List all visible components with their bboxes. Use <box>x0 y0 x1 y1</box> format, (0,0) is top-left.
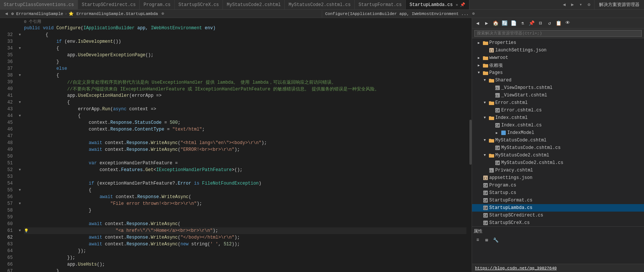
tree-arrow-icon[interactable] <box>476 190 482 196</box>
tree-item-StartupSCredirect_cs[interactable]: C#StartupSCredirect.cs <box>472 212 644 219</box>
tree-item-StartupSCreX_cs[interactable]: C#StartupSCreX.cs <box>472 219 644 226</box>
tree-arrow-icon[interactable] <box>488 160 494 166</box>
solution-nav-forward-btn[interactable]: ▶ <box>483 19 491 27</box>
tree-arrow-icon[interactable] <box>488 107 494 113</box>
tab-StartupLambda[interactable]: StartupLambda.cs ✕ 📌 <box>406 0 469 9</box>
tab-close-icon[interactable]: ✕ <box>456 3 458 7</box>
solution-preview-btn[interactable]: 👁 <box>563 19 572 27</box>
tree-arrow-icon[interactable] <box>476 212 482 218</box>
tree-item-Shared[interactable]: ▼Shared <box>472 77 644 84</box>
solution-nav-back-btn[interactable]: ◀ <box>474 19 482 27</box>
properties-alphabetical-btn[interactable]: ≡ <box>474 236 482 244</box>
solution-properties-btn[interactable]: 📋 <box>554 19 563 27</box>
tree-arrow-icon[interactable] <box>488 122 494 128</box>
tab-settings-btn[interactable]: ⚙ <box>585 1 593 9</box>
svg-text:CS: CS <box>495 87 498 90</box>
tree-item-appsettings_json[interactable]: {}appsettings.json <box>472 174 644 182</box>
tree-item-Index_cshtml[interactable]: ▼Index.cshtml <box>472 114 644 122</box>
tree-item-StartupLambda_cs[interactable]: C#StartupLambda.cs <box>472 204 644 212</box>
solution-show-all-btn[interactable]: 📄 <box>510 19 518 27</box>
scroll-gutter[interactable] <box>466 18 472 272</box>
tab-StartupFormat[interactable]: StartupFormat.cs <box>355 0 406 9</box>
tree-item-Privacy_cshtml[interactable]: CSPrivacy.cshtml <box>472 167 644 174</box>
solution-pin-btn[interactable]: 📌 <box>527 19 536 27</box>
tree-item-StartupFormat_cs[interactable]: C#StartupFormat.cs <box>472 197 644 204</box>
tree-item-Program_cs[interactable]: C#Program.cs <box>472 182 644 189</box>
tree-file-icon <box>483 55 489 61</box>
tree-arrow-icon[interactable] <box>488 145 494 151</box>
tree-arrow-icon[interactable] <box>476 175 482 181</box>
tree-item-_ViewStart_cshtml[interactable]: CS_ViewStart.cshtml <box>472 92 644 99</box>
breadcrumb-file: ⭐ ErrorHandlingSample.StartupLambda <box>69 11 158 16</box>
properties-categorized-btn[interactable]: ⊞ <box>483 236 491 244</box>
tree-item-___[interactable]: ▶依赖项 <box>472 62 644 69</box>
tree-arrow-icon[interactable] <box>482 47 488 53</box>
breadcrumb-method: Configure(IApplicationBuilder app, IWebH… <box>325 12 469 16</box>
solution-nav-up-btn[interactable]: 🏠 <box>492 19 500 27</box>
tree-arrow-icon[interactable] <box>476 220 482 226</box>
tab-Program[interactable]: Program.cs <box>140 0 175 9</box>
tree-arrow-icon[interactable]: ▼ <box>476 70 482 76</box>
tree-item-Pages[interactable]: ▼Pages <box>472 69 644 77</box>
tree-arrow-icon[interactable]: ▶ <box>476 62 482 68</box>
tab-MyStatusCode2cshtmlcs[interactable]: MyStatusCode2.cshtml.cs <box>285 0 355 9</box>
tab-pin-icon[interactable]: 📌 <box>460 2 465 7</box>
breadcrumb-right-expand-btn[interactable]: ⊕ <box>470 11 477 17</box>
tree-arrow-icon[interactable] <box>488 85 494 91</box>
code-content[interactable]: 0 个引用public void Configure(IApplicationB… <box>22 18 466 272</box>
tree-item-_ViewImports_cshtml[interactable]: CS_ViewImports.cshtml <box>472 84 644 92</box>
solution-collapse-btn[interactable]: ⊟ <box>536 19 545 27</box>
tree-arrow-icon[interactable] <box>476 197 482 203</box>
code-line-32: public void Configure(IApplicationBuilde… <box>24 25 466 32</box>
tab-label: StartupLambda.cs <box>409 2 453 8</box>
tab-scroll-left-btn[interactable]: ◀ <box>560 1 568 9</box>
tree-item-Index_cshtml_cs[interactable]: C#Index.cshtml.cs <box>472 122 644 129</box>
tree-item-MyStatusCode2_cshtml_cs[interactable]: C#MyStatusCode2.cshtml.cs <box>472 159 644 167</box>
code-line-43: { <box>24 99 466 106</box>
tree-arrow-icon[interactable]: ▼ <box>482 152 488 158</box>
tree-arrow-icon[interactable] <box>488 92 494 98</box>
tree-item-label: MyStatusCode2.cshtml.cs <box>501 160 563 165</box>
tree-file-icon <box>483 40 489 46</box>
tree-item-label: StartupFormat.cs <box>489 198 532 203</box>
solution-filter-btn[interactable]: ⚗ <box>518 19 527 27</box>
tab-StartupSCreX[interactable]: StartupSCreX.cs <box>175 0 223 9</box>
tree-arrow-icon[interactable]: ▼ <box>482 115 488 121</box>
tree-arrow-icon[interactable] <box>476 205 482 211</box>
breadcrumb-back-btn[interactable]: ◀ <box>3 11 10 17</box>
tree-item-MyStatusCode_cshtml[interactable]: ▼MyStatusCode.cshtml <box>472 137 644 144</box>
tree-arrow-icon[interactable]: ▼ <box>482 100 488 106</box>
tree-arrow-icon[interactable]: ▶ <box>476 40 482 46</box>
tree-item-MyStatusCode_cshtml_cs[interactable]: C#MyStatusCode.cshtml.cs <box>472 144 644 152</box>
tree-item-Error_cshtml_cs[interactable]: C#Error.cshtml.cs <box>472 107 644 114</box>
tree-item-label: Pages <box>489 70 503 75</box>
csdn-link[interactable]: https://blog.csdn.net/qq_39827640 <box>475 266 557 270</box>
tree-item-Properties[interactable]: ▶Properties <box>472 39 644 47</box>
tree-item-Error_cshtml[interactable]: ▼Error.cshtml <box>472 99 644 107</box>
solution-sync-btn[interactable]: 🔄 <box>501 19 509 27</box>
search-input[interactable] <box>474 30 642 37</box>
tree-arrow-icon[interactable] <box>476 182 482 188</box>
tree-arrow-icon[interactable]: ▼ <box>482 77 488 83</box>
properties-pages-btn[interactable]: 🔧 <box>492 236 500 244</box>
breadcrumb-expand-btn[interactable]: ⊕ <box>160 11 166 17</box>
tree-arrow-icon[interactable] <box>482 167 488 173</box>
solution-refresh-btn[interactable]: ↺ <box>545 19 554 27</box>
tab-MyStatusCode2cshtml[interactable]: MyStatusCode2.cshtml <box>223 0 285 9</box>
tree-item-MyStatusCode2_cshtml[interactable]: ▼MyStatusCode2.cshtml <box>472 152 644 159</box>
tree-arrow-icon[interactable]: ▶ <box>476 55 482 61</box>
code-editor[interactable]: 3233343536373839404142434445464748495051… <box>0 18 472 272</box>
tab-dropdown-btn[interactable]: ▾ <box>577 1 584 9</box>
tree-file-icon: CS <box>489 167 495 173</box>
scroll-thumb[interactable] <box>469 120 472 165</box>
tree-item-launchSettings_json[interactable]: {}launchSettings.json <box>472 47 644 54</box>
svg-text:C#: C# <box>484 184 487 188</box>
tree-item-Startup_cs[interactable]: C#Startup.cs <box>472 189 644 197</box>
tree-arrow-icon[interactable]: ▼ <box>482 137 488 143</box>
tab-scroll-right-btn[interactable]: ▶ <box>569 1 576 9</box>
tab-StartupClassConventions[interactable]: StartupClassConventions.cs <box>0 0 78 9</box>
tree-arrow-icon[interactable]: ▶ <box>494 130 500 136</box>
tree-item-wwwroot[interactable]: ▶wwwroot <box>472 54 644 62</box>
tree-item-IndexModel[interactable]: ▶IndexModel <box>472 129 644 137</box>
tab-StartupSCredirect[interactable]: StartupSCredirect.cs <box>78 0 140 9</box>
